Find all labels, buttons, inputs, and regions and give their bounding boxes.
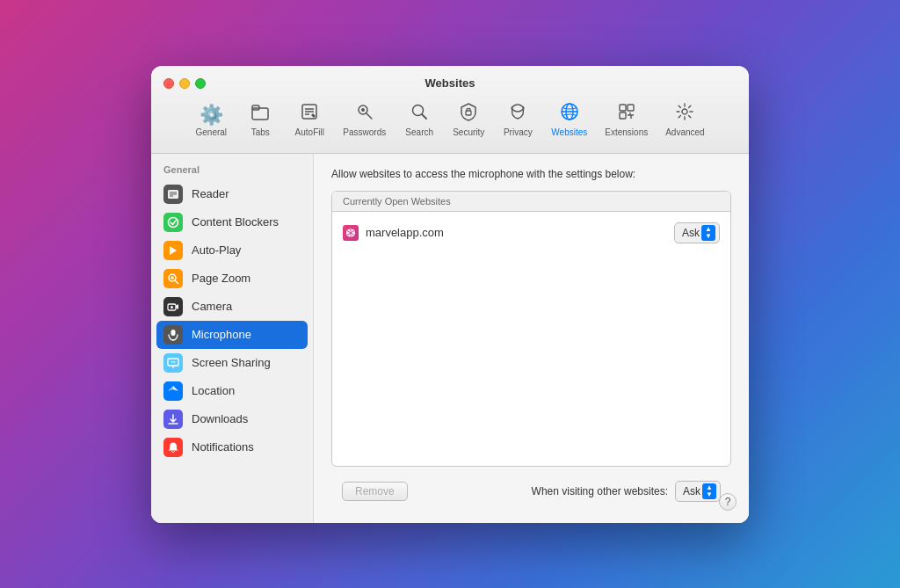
search-icon bbox=[410, 102, 429, 125]
safari-preferences-window: Websites ⚙️ General Tabs bbox=[151, 66, 749, 523]
svg-rect-32 bbox=[171, 330, 176, 336]
select-arrows-icon: ▲ ▼ bbox=[701, 225, 715, 241]
sidebar-item-reader[interactable]: Reader bbox=[151, 180, 313, 208]
notifications-icon bbox=[163, 438, 183, 457]
remove-button[interactable]: Remove bbox=[342, 482, 408, 501]
sidebar-item-notifications[interactable]: Notifications bbox=[151, 433, 313, 461]
sidebar-item-autoplay[interactable]: Auto-Play bbox=[151, 236, 313, 265]
toolbar-label-security: Security bbox=[453, 127, 484, 137]
website-favicon bbox=[343, 225, 359, 241]
main-panel: Allow websites to access the microphone … bbox=[314, 154, 749, 523]
bottom-bar: Remove When visiting other websites: Ask… bbox=[331, 474, 731, 509]
extensions-icon bbox=[617, 102, 636, 125]
svg-point-8 bbox=[361, 108, 365, 112]
sidebar-item-screen-sharing[interactable]: Screen Sharing bbox=[151, 349, 313, 377]
sidebar-item-downloads[interactable]: Downloads bbox=[151, 405, 313, 433]
other-websites: When visiting other websites: Ask ▲ ▼ bbox=[532, 481, 721, 502]
website-name: marvelapp.com bbox=[366, 226, 444, 239]
svg-rect-17 bbox=[620, 113, 626, 119]
other-websites-setting-label: Ask bbox=[683, 485, 700, 497]
sidebar-item-page-zoom-label: Page Zoom bbox=[192, 272, 250, 285]
svg-line-26 bbox=[175, 280, 178, 284]
toolbar-item-tabs[interactable]: Tabs bbox=[236, 98, 285, 141]
sidebar-item-microphone-label: Microphone bbox=[192, 328, 251, 341]
reader-icon bbox=[163, 185, 183, 204]
traffic-lights bbox=[163, 78, 206, 89]
sidebar-item-downloads-label: Downloads bbox=[192, 412, 248, 425]
table-row: marvelapp.com Ask ▲ ▼ bbox=[332, 217, 730, 249]
toolbar-label-general: General bbox=[196, 127, 228, 137]
websites-icon bbox=[560, 102, 579, 125]
toolbar-item-extensions[interactable]: Extensions bbox=[596, 98, 657, 141]
other-select-arrows-icon: ▲ ▼ bbox=[702, 483, 716, 499]
sidebar-item-microphone[interactable]: Microphone bbox=[156, 321, 308, 349]
svg-point-18 bbox=[682, 109, 687, 114]
screen-sharing-icon bbox=[163, 353, 183, 373]
toolbar-label-extensions: Extensions bbox=[605, 127, 648, 137]
svg-rect-16 bbox=[628, 105, 634, 111]
toolbar-item-privacy[interactable]: Privacy bbox=[493, 98, 542, 141]
general-icon: ⚙️ bbox=[200, 105, 223, 125]
sidebar-item-notifications-label: Notifications bbox=[192, 440, 254, 454]
svg-point-31 bbox=[171, 306, 173, 309]
downloads-icon bbox=[163, 410, 183, 429]
toolbar: ⚙️ General Tabs bbox=[186, 98, 713, 146]
toolbar-item-search[interactable]: Search bbox=[395, 98, 444, 141]
svg-rect-34 bbox=[168, 359, 178, 366]
toolbar-label-tabs: Tabs bbox=[251, 127, 270, 137]
location-icon bbox=[163, 381, 183, 401]
sidebar-item-camera-label: Camera bbox=[192, 300, 232, 313]
sidebar-item-autoplay-label: Auto-Play bbox=[192, 243, 241, 257]
toolbar-item-passwords[interactable]: Passwords bbox=[334, 98, 395, 141]
toolbar-item-websites[interactable]: Websites bbox=[542, 98, 596, 141]
websites-list: marvelapp.com Ask ▲ ▼ bbox=[332, 212, 730, 466]
toolbar-label-privacy: Privacy bbox=[504, 127, 533, 137]
other-websites-label: When visiting other websites: bbox=[532, 485, 668, 497]
sidebar-item-screen-sharing-label: Screen Sharing bbox=[192, 356, 271, 369]
window-title: Websites bbox=[425, 76, 475, 90]
toolbar-label-search: Search bbox=[405, 127, 433, 137]
toolbar-label-autofill: AutoFill bbox=[295, 127, 324, 137]
sidebar-section-label: General bbox=[151, 164, 313, 180]
website-setting-label: Ask bbox=[682, 227, 700, 239]
svg-marker-24 bbox=[170, 246, 177, 255]
autofill-icon bbox=[300, 102, 319, 125]
sidebar-item-reader-label: Reader bbox=[192, 187, 229, 200]
close-button[interactable] bbox=[163, 78, 174, 89]
toolbar-item-advanced[interactable]: Advanced bbox=[657, 98, 713, 141]
content-blockers-icon bbox=[163, 213, 183, 232]
toolbar-item-autofill[interactable]: AutoFill bbox=[285, 98, 334, 141]
website-setting-select[interactable]: Ask ▲ ▼ bbox=[674, 222, 720, 243]
sidebar-item-location[interactable]: Location bbox=[151, 377, 313, 405]
websites-box: Currently Open Websites marvela bbox=[331, 191, 731, 467]
camera-icon bbox=[163, 297, 183, 316]
svg-line-10 bbox=[422, 114, 426, 119]
sidebar-item-content-blockers-label: Content Blockers bbox=[192, 215, 279, 229]
minimize-button[interactable] bbox=[179, 78, 190, 89]
svg-rect-15 bbox=[620, 105, 626, 111]
panel-description: Allow websites to access the microphone … bbox=[331, 168, 731, 180]
toolbar-label-passwords: Passwords bbox=[343, 127, 386, 137]
microphone-icon bbox=[163, 325, 183, 345]
help-button[interactable]: ? bbox=[719, 493, 737, 511]
advanced-icon bbox=[675, 102, 694, 125]
privacy-icon bbox=[508, 102, 527, 125]
toolbar-label-websites: Websites bbox=[551, 127, 587, 137]
content-area: General Reader bbox=[151, 154, 749, 523]
sidebar-item-camera[interactable]: Camera bbox=[151, 293, 313, 321]
titlebar: Websites ⚙️ General Tabs bbox=[151, 66, 749, 154]
other-websites-select[interactable]: Ask ▲ ▼ bbox=[675, 481, 721, 502]
svg-rect-11 bbox=[466, 111, 471, 115]
security-icon bbox=[459, 102, 478, 125]
sidebar-item-page-zoom[interactable]: Page Zoom bbox=[151, 265, 313, 293]
toolbar-item-security[interactable]: Security bbox=[444, 98, 493, 141]
toolbar-item-general[interactable]: ⚙️ General bbox=[186, 102, 236, 141]
toolbar-label-advanced: Advanced bbox=[665, 127, 704, 137]
svg-point-23 bbox=[169, 217, 178, 227]
sidebar-item-content-blockers[interactable]: Content Blockers bbox=[151, 208, 313, 236]
svg-line-7 bbox=[367, 113, 372, 119]
tabs-icon bbox=[250, 102, 270, 125]
sidebar-item-location-label: Location bbox=[192, 384, 235, 397]
sidebar: General Reader bbox=[151, 154, 314, 523]
maximize-button[interactable] bbox=[195, 78, 206, 89]
